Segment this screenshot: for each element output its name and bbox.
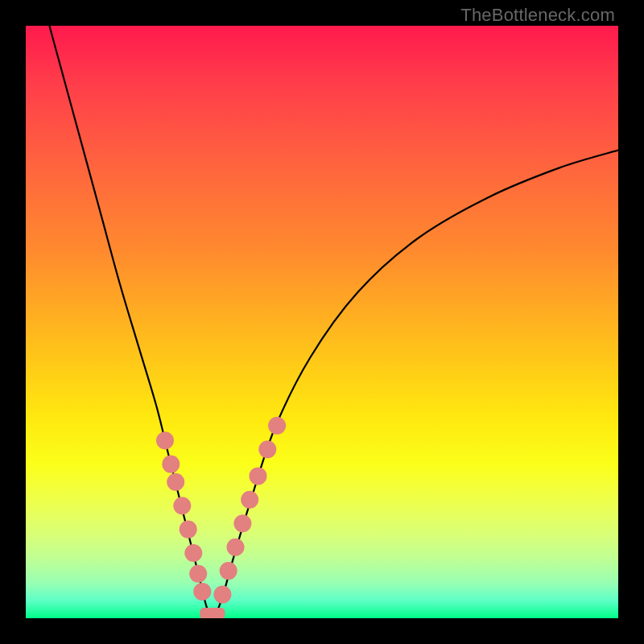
marker-dot [162, 456, 180, 473]
marker-dot [193, 583, 211, 601]
marker-dot [250, 467, 267, 485]
marker-dot [258, 440, 276, 458]
curve-svg [26, 26, 618, 618]
chart-frame: TheBottleneck.com [0, 0, 644, 644]
watermark-text: TheBottleneck.com [460, 5, 615, 26]
markers-right [213, 417, 286, 604]
marker-dot [173, 497, 191, 514]
marker-dot [220, 562, 237, 580]
marker-dot [233, 514, 251, 532]
marker-dot [167, 473, 184, 491]
marker-dot [184, 544, 202, 562]
marker-dot [227, 539, 245, 556]
marker-dot [241, 491, 258, 509]
valley-bar [200, 608, 225, 618]
marker-dot [189, 565, 207, 583]
marker-dot [156, 431, 174, 449]
marker-dot [180, 521, 197, 539]
marker-dot [268, 417, 286, 435]
plot-area [26, 26, 618, 618]
marker-dot [213, 586, 231, 604]
bottleneck-curve [49, 26, 618, 618]
